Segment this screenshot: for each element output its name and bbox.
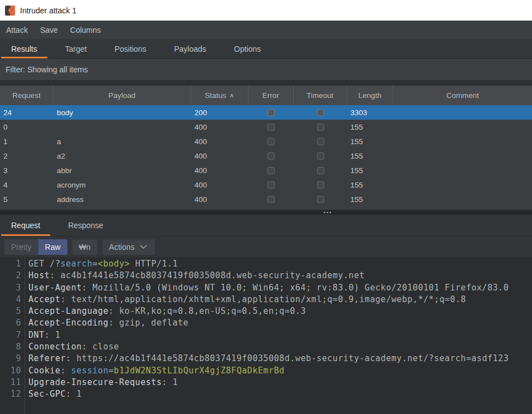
- request-line: 10Cookie: session=b1JdW2N3StLIbQurX4gjZ8…: [0, 365, 532, 377]
- request-line: 4Accept: text/html,application/xhtml+xml…: [0, 294, 532, 305]
- code-segment: : 1: [162, 377, 178, 387]
- line-code: DNT: 1: [21, 329, 61, 341]
- tab-positions[interactable]: Positions: [105, 39, 157, 58]
- code-segment: : 1: [66, 389, 82, 399]
- code-segment: Cookie: [28, 366, 61, 376]
- cell-status: 400: [191, 120, 248, 134]
- request-editor[interactable]: 1GET /?search=<body> HTTP/1.12Host: ac4b…: [0, 257, 532, 414]
- line-number: 12: [0, 388, 21, 400]
- request-line: 12Sec-GPC: 1: [0, 388, 532, 400]
- tab-response[interactable]: Response: [58, 215, 113, 236]
- column-header-comment[interactable]: Comment: [393, 86, 532, 105]
- cell-request: 0: [0, 120, 53, 134]
- timeout-checkbox[interactable]: [317, 124, 324, 131]
- request-line: 8Connection: close: [0, 341, 532, 353]
- cell-status: 400: [191, 192, 248, 206]
- panel-splitter[interactable]: •••: [0, 210, 532, 215]
- cell-timeout: [294, 163, 347, 178]
- timeout-checkbox[interactable]: [317, 167, 324, 174]
- cell-request: 3: [0, 163, 53, 178]
- column-label: Request: [12, 91, 40, 100]
- timeout-checkbox[interactable]: [317, 196, 324, 203]
- menu-columns[interactable]: Columns: [64, 26, 107, 34]
- column-header-length[interactable]: Length: [347, 86, 393, 105]
- code-segment: : 1: [45, 330, 61, 340]
- request-line: 6Accept-Encoding: gzip, deflate: [0, 317, 532, 329]
- timeout-checkbox[interactable]: [317, 138, 324, 145]
- column-label: Timeout: [306, 91, 333, 100]
- filter-bar[interactable]: Filter: Showing all items: [0, 59, 532, 81]
- pretty-button[interactable]: Pretty: [4, 239, 38, 255]
- cell-error: [248, 163, 294, 178]
- error-checkbox[interactable]: [267, 181, 275, 189]
- tab-request[interactable]: Request: [1, 215, 50, 236]
- menu-attack[interactable]: Attack: [0, 26, 34, 34]
- column-label: Payload: [109, 91, 136, 100]
- request-line: 9Referer: https://ac4b1f441e5874cb803741…: [0, 353, 532, 364]
- newline-toggle-button[interactable]: ₩n: [72, 239, 97, 255]
- raw-button[interactable]: Raw: [38, 239, 67, 255]
- line-code: Connection: close: [21, 341, 119, 353]
- message-toolbar: Pretty Raw ₩n Actions: [0, 236, 532, 257]
- actions-button[interactable]: Actions: [103, 239, 155, 255]
- code-segment: : gzip, deflate: [109, 318, 189, 328]
- table-row[interactable]: 24body2003303: [0, 105, 532, 120]
- error-checkbox[interactable]: [267, 167, 275, 174]
- error-checkbox[interactable]: [267, 152, 275, 160]
- cell-length: 155: [347, 192, 393, 206]
- table-row[interactable]: 0400155: [0, 120, 532, 134]
- cell-comment: [393, 105, 532, 120]
- results-table-body: 24body200330304001551a4001552a24001553ab…: [0, 105, 532, 210]
- error-checkbox[interactable]: [267, 124, 275, 131]
- cell-status: 400: [191, 178, 248, 192]
- request-line: 3User-Agent: Mozilla/5.0 (Windows NT 10.…: [0, 282, 532, 294]
- error-checkbox[interactable]: [267, 138, 275, 145]
- table-row[interactable]: 5address400155: [0, 192, 532, 206]
- tab-options[interactable]: Options: [224, 39, 271, 58]
- line-number: 3: [0, 282, 21, 294]
- code-segment: : https://ac4b1f441e5874cb8037419f003500…: [66, 353, 509, 363]
- line-code: Sec-GPC: 1: [21, 388, 82, 400]
- cell-error: [248, 105, 294, 120]
- tab-payloads[interactable]: Payloads: [164, 39, 216, 58]
- column-header-request[interactable]: Request: [0, 86, 53, 105]
- code-segment: Connection: [28, 342, 82, 352]
- error-checkbox[interactable]: [267, 196, 275, 203]
- code-segment: session: [71, 366, 109, 376]
- code-segment: :: [61, 366, 71, 376]
- line-number: 1: [0, 258, 21, 270]
- code-segment: =: [92, 259, 98, 269]
- column-header-timeout[interactable]: Timeout: [294, 86, 347, 105]
- table-row[interactable]: 2a2400155: [0, 149, 532, 163]
- cell-payload: [53, 120, 191, 134]
- column-header-status[interactable]: Status∧: [191, 86, 248, 105]
- splitter-handle-icon[interactable]: •••: [324, 210, 332, 215]
- tab-target[interactable]: Target: [55, 39, 97, 58]
- cell-request: 4: [0, 178, 53, 192]
- timeout-checkbox[interactable]: [317, 152, 324, 160]
- request-line: 2Host: ac4b1f441e5874cb8037419f0035008d.…: [0, 270, 532, 282]
- error-checkbox[interactable]: [267, 109, 275, 116]
- table-row[interactable]: 4acronym400155: [0, 178, 532, 192]
- table-row[interactable]: 1a400155: [0, 134, 532, 149]
- cell-payload: body: [53, 105, 191, 120]
- cell-length: 155: [347, 163, 393, 178]
- code-segment: DNT: [28, 330, 45, 340]
- timeout-checkbox[interactable]: [317, 181, 324, 189]
- line-number: 11: [0, 377, 21, 388]
- line-code: Upgrade-Insecure-Requests: 1: [21, 377, 178, 388]
- cell-error: [248, 120, 294, 134]
- tab-results[interactable]: Results: [1, 39, 47, 58]
- menu-save[interactable]: Save: [34, 26, 64, 34]
- column-header-payload[interactable]: Payload: [53, 86, 191, 105]
- window-titlebar: Intruder attack 1: [0, 0, 532, 21]
- cell-status: 200: [191, 105, 248, 120]
- table-row[interactable]: 3abbr400155: [0, 163, 532, 178]
- column-header-error[interactable]: Error: [248, 86, 294, 105]
- code-segment: Sec-GPC: [28, 389, 66, 399]
- line-number: 4: [0, 294, 21, 305]
- timeout-checkbox[interactable]: [317, 109, 324, 116]
- cell-timeout: [294, 105, 347, 120]
- column-label: Length: [358, 91, 381, 100]
- code-segment: Referer: [28, 353, 66, 363]
